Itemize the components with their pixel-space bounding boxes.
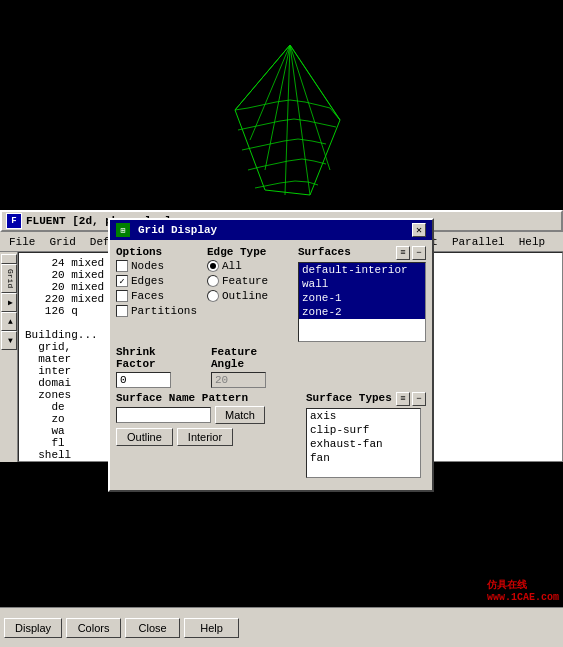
close-button[interactable]: ✕ <box>412 223 426 237</box>
edges-label: Edges <box>131 275 164 287</box>
menu-help[interactable]: Help <box>516 236 548 248</box>
bottom-section: Surface Name Pattern Match Outline Inter… <box>116 392 426 478</box>
side-btn-5[interactable]: ▼ <box>1 331 17 350</box>
surface-item-wall[interactable]: wall <box>299 277 425 291</box>
options-label: Options <box>116 246 201 258</box>
watermark: 仿具在线 www.1CAE.com <box>487 578 559 603</box>
feature-angle-section: Feature Angle <box>211 346 296 388</box>
name-pattern-section: Surface Name Pattern Match Outline Inter… <box>116 392 300 478</box>
menu-file[interactable]: File <box>6 236 38 248</box>
outline-radio[interactable] <box>207 290 219 302</box>
shrink-row: Shrink Factor Feature Angle <box>116 346 426 388</box>
surface-item-zone1[interactable]: zone-1 <box>299 291 425 305</box>
help-button[interactable]: Help <box>184 618 239 638</box>
outline-label: Outline <box>222 290 268 302</box>
bottom-taskbar: Display Colors Close Help <box>0 607 563 647</box>
partitions-option[interactable]: Partitions <box>116 305 201 317</box>
surfaces-list[interactable]: default-interior wall zone-1 zone-2 <box>298 262 426 342</box>
interior-button[interactable]: Interior <box>177 428 233 446</box>
svg-line-0 <box>235 45 290 110</box>
edges-checkbox[interactable]: ✓ <box>116 275 128 287</box>
surfaces-icons: ≡ − <box>396 246 426 260</box>
surfaces-deselect-icon[interactable]: − <box>412 246 426 260</box>
st-axis[interactable]: axis <box>307 409 420 423</box>
dialog-body: Options Nodes ✓ Edges Faces Partitions <box>110 240 432 490</box>
surface-item-default-interior[interactable]: default-interior <box>299 263 425 277</box>
surface-types-label: Surface Types <box>306 392 392 404</box>
dialog-icon: ⊞ <box>116 223 130 237</box>
shrink-factor-input[interactable] <box>116 372 171 388</box>
feature-angle-label: Feature Angle <box>211 346 296 370</box>
st-clip-surf[interactable]: clip-surf <box>307 423 420 437</box>
svg-line-6 <box>290 45 340 120</box>
side-btn-1[interactable]: 选 <box>1 254 17 264</box>
faces-label: Faces <box>131 290 164 302</box>
top-row: Options Nodes ✓ Edges Faces Partitions <box>116 246 426 342</box>
name-pattern-label: Surface Name Pattern <box>116 392 300 404</box>
st-fan[interactable]: fan <box>307 451 420 465</box>
menu-parallel[interactable]: Parallel <box>449 236 508 248</box>
outline-button[interactable]: Outline <box>116 428 173 446</box>
left-sidebar: 选 Grid ▶ ▲ ▼ <box>0 252 18 462</box>
surface-types-icons: ≡ − <box>396 392 426 406</box>
dialog-titlebar: ⊞ Grid Display ✕ <box>110 220 432 240</box>
match-button[interactable]: Match <box>215 406 265 424</box>
outline-option[interactable]: Outline <box>207 290 292 302</box>
faces-checkbox[interactable] <box>116 290 128 302</box>
display-button[interactable]: Display <box>4 618 62 638</box>
partitions-checkbox[interactable] <box>116 305 128 317</box>
shrink-factor-label: Shrink Factor <box>116 346 201 370</box>
surfaces-section: Surfaces ≡ − default-interior wall zone-… <box>298 246 426 342</box>
options-section: Options Nodes ✓ Edges Faces Partitions <box>116 246 201 342</box>
nodes-checkbox[interactable] <box>116 260 128 272</box>
surface-item-zone2[interactable]: zone-2 <box>299 305 425 319</box>
side-btn-4[interactable]: ▲ <box>1 312 17 331</box>
watermark-line1: 仿具在线 <box>487 578 559 592</box>
feature-label: Feature <box>222 275 268 287</box>
side-btn-3[interactable]: ▶ <box>1 293 17 312</box>
svg-line-5 <box>290 45 330 170</box>
st-exhaust-fan[interactable]: exhaust-fan <box>307 437 420 451</box>
surface-types-header: Surface Types ≡ − <box>306 392 426 406</box>
surface-types-list[interactable]: axis clip-surf exhaust-fan fan <box>306 408 421 478</box>
fluent-icon: F <box>6 213 22 229</box>
menu-grid[interactable]: Grid <box>46 236 78 248</box>
edge-type-label: Edge Type <box>207 246 292 258</box>
partitions-label: Partitions <box>131 305 197 317</box>
feature-angle-input <box>211 372 266 388</box>
all-option[interactable]: All <box>207 260 292 272</box>
dialog-title: Grid Display <box>138 224 217 236</box>
surfaces-label: Surfaces <box>298 246 351 258</box>
surface-types-deselect-icon[interactable]: − <box>412 392 426 406</box>
name-pattern-row: Match <box>116 406 300 424</box>
faces-option[interactable]: Faces <box>116 290 201 302</box>
viewport <box>0 0 563 210</box>
feature-radio[interactable] <box>207 275 219 287</box>
surfaces-select-all-icon[interactable]: ≡ <box>396 246 410 260</box>
shrink-factor-section: Shrink Factor <box>116 346 201 388</box>
nodes-option[interactable]: Nodes <box>116 260 201 272</box>
colors-button[interactable]: Colors <box>66 618 121 638</box>
mesh-visualization <box>230 40 350 200</box>
side-btn-grid[interactable]: Grid <box>1 264 17 293</box>
grid-display-dialog: ⊞ Grid Display ✕ Options Nodes ✓ Edges <box>108 218 434 492</box>
edge-type-section: Edge Type All Feature Outline <box>207 246 292 342</box>
surface-types-select-icon[interactable]: ≡ <box>396 392 410 406</box>
name-pattern-input[interactable] <box>116 407 211 423</box>
surfaces-header: Surfaces ≡ − <box>298 246 426 260</box>
action-buttons-row: Outline Interior <box>116 428 300 446</box>
watermark-line2: www.1CAE.com <box>487 592 559 603</box>
all-radio[interactable] <box>207 260 219 272</box>
nodes-label: Nodes <box>131 260 164 272</box>
all-label: All <box>222 260 242 272</box>
close-button-bottom[interactable]: Close <box>125 618 180 638</box>
surface-types-section: Surface Types ≡ − axis clip-surf exhaust… <box>306 392 426 478</box>
edges-option[interactable]: ✓ Edges <box>116 275 201 287</box>
feature-option[interactable]: Feature <box>207 275 292 287</box>
